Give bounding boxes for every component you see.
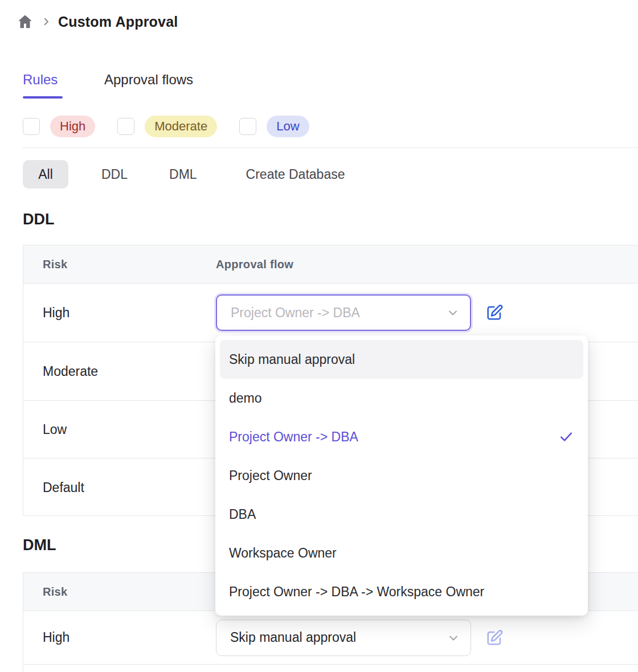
column-header-approval-flow: Approval flow <box>216 258 638 271</box>
risk-cell: High <box>23 305 216 321</box>
risk-badge-moderate: Moderate <box>145 116 217 137</box>
dropdown-option[interactable]: DBA <box>220 495 583 534</box>
checkbox-moderate[interactable] <box>117 118 134 135</box>
table-row-high: High Project Owner -> DBA <box>23 284 638 342</box>
section-title-ddl: DDL <box>23 211 55 228</box>
select-value: Project Owner -> DBA <box>217 305 446 321</box>
divider <box>23 147 638 148</box>
edit-approval-flow-button[interactable] <box>484 302 505 323</box>
table-row-partial <box>23 665 638 672</box>
ddl-table-header: Risk Approval flow <box>23 245 638 284</box>
risk-cell: Low <box>23 422 216 437</box>
category-tab-dml[interactable]: DML <box>169 167 197 182</box>
dropdown-option-selected[interactable]: Project Owner -> DBA <box>220 417 583 456</box>
risk-badge-low: Low <box>267 116 309 137</box>
approval-flow-dropdown-menu: Skip manual approval demo Project Owner … <box>215 335 588 616</box>
dropdown-option[interactable]: Skip manual approval <box>220 340 583 379</box>
select-value: Skip manual approval <box>216 630 447 645</box>
page-title: Custom Approval <box>58 14 178 30</box>
risk-filter-row: High Moderate Low <box>23 116 309 137</box>
risk-cell: Default <box>23 480 216 495</box>
table-row-high: High Skip manual approval <box>23 611 638 665</box>
risk-cell: High <box>23 630 216 645</box>
edit-approval-flow-button[interactable] <box>484 627 505 649</box>
checkbox-low[interactable] <box>239 118 256 135</box>
active-tab-underline <box>23 96 63 99</box>
risk-cell: Moderate <box>23 364 216 379</box>
tab-approval-flows[interactable]: Approval flows <box>104 72 193 88</box>
dropdown-option[interactable]: demo <box>220 379 583 417</box>
category-tab-ddl[interactable]: DDL <box>101 167 128 182</box>
column-header-risk: Risk <box>23 585 216 599</box>
custom-approval-page: Custom Approval Rules Approval flows Hig… <box>0 0 638 672</box>
chevron-right-icon <box>41 17 51 27</box>
check-icon <box>558 429 574 445</box>
dropdown-option[interactable]: Workspace Owner <box>220 534 583 572</box>
category-tabs: All DDL DML Create Database <box>23 160 345 189</box>
category-tab-create-database[interactable]: Create Database <box>246 167 345 182</box>
chevron-down-icon <box>447 631 460 645</box>
chevron-down-icon <box>446 306 460 319</box>
dropdown-option[interactable]: Project Owner <box>220 456 583 495</box>
tab-rules[interactable]: Rules <box>23 72 58 88</box>
column-header-risk: Risk <box>23 258 216 271</box>
approval-flow-select-dml-high[interactable]: Skip manual approval <box>216 620 471 656</box>
category-tab-all[interactable]: All <box>23 160 68 189</box>
dropdown-option[interactable]: Project Owner -> DBA -> Workspace Owner <box>220 572 583 611</box>
risk-badge-high: High <box>50 116 95 137</box>
breadcrumb: Custom Approval <box>16 13 178 31</box>
home-icon[interactable] <box>16 13 34 31</box>
section-title-dml: DML <box>23 536 56 554</box>
checkbox-high[interactable] <box>23 118 40 135</box>
approval-flow-select-ddl-high[interactable]: Project Owner -> DBA <box>216 294 471 331</box>
